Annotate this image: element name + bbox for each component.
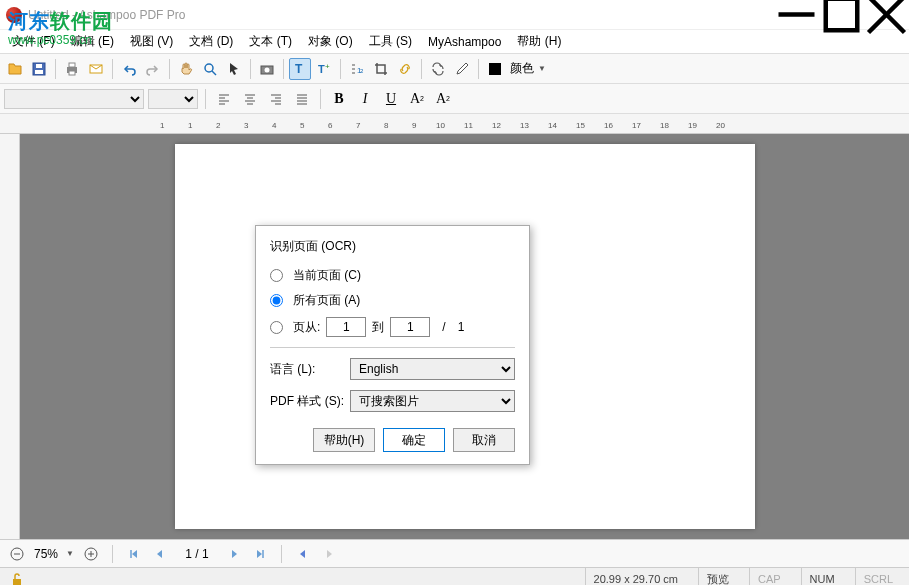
menubar: 文件 (F) 编辑 (E) 视图 (V) 文档 (D) 文本 (T) 对象 (O… — [0, 30, 909, 54]
language-select[interactable]: English — [350, 358, 515, 380]
ok-button[interactable]: 确定 — [383, 428, 445, 452]
zoom-icon[interactable] — [199, 58, 221, 80]
color-label: 颜色 — [510, 60, 534, 77]
lock-icon[interactable] — [8, 570, 26, 585]
undo-icon[interactable] — [118, 58, 140, 80]
svg-text:18: 18 — [660, 121, 669, 130]
font-family-select[interactable] — [4, 89, 144, 109]
print-icon[interactable] — [61, 58, 83, 80]
svg-text:12: 12 — [492, 121, 501, 130]
align-center-icon[interactable] — [239, 88, 261, 110]
svg-rect-6 — [36, 64, 42, 68]
to-label: 到 — [372, 319, 384, 336]
pointer-icon[interactable] — [223, 58, 245, 80]
radio-current-label: 当前页面 (C) — [293, 267, 361, 284]
mail-icon[interactable] — [85, 58, 107, 80]
color-dropdown-icon[interactable]: ▼ — [538, 64, 546, 73]
svg-text:7: 7 — [356, 121, 361, 130]
ruler-horizontal: 1123 4567 891011 12131415 16171819 20 — [0, 114, 909, 134]
menu-view[interactable]: 视图 (V) — [122, 31, 181, 52]
svg-rect-8 — [69, 63, 75, 67]
page-number: 1 / 1 — [177, 547, 217, 561]
menu-tools[interactable]: 工具 (S) — [361, 31, 420, 52]
superscript-icon[interactable]: A2 — [406, 88, 428, 110]
total-pages: 1 — [458, 320, 465, 334]
text-edit-icon[interactable]: T — [289, 58, 311, 80]
svg-text:1: 1 — [160, 121, 165, 130]
svg-rect-1 — [826, 0, 858, 30]
svg-text:8: 8 — [384, 121, 389, 130]
minimize-button[interactable] — [774, 0, 819, 30]
text-add-icon[interactable]: T+ — [313, 58, 335, 80]
slash-label: / — [442, 320, 445, 334]
last-page-icon[interactable] — [251, 545, 269, 563]
align-justify-icon[interactable] — [291, 88, 313, 110]
menu-file[interactable]: 文件 (F) — [4, 31, 63, 52]
svg-line-12 — [212, 71, 216, 75]
hand-icon[interactable] — [175, 58, 197, 80]
svg-text:T: T — [295, 62, 303, 76]
svg-text:+: + — [325, 62, 330, 71]
zoom-dropdown-icon[interactable]: ▼ — [66, 549, 74, 558]
open-icon[interactable] — [4, 58, 26, 80]
first-page-icon[interactable] — [125, 545, 143, 563]
bold-icon[interactable]: B — [328, 88, 350, 110]
preview-label: 预览 — [698, 568, 737, 585]
subscript-icon[interactable]: A2 — [432, 88, 454, 110]
underline-icon[interactable]: U — [380, 88, 402, 110]
menu-object[interactable]: 对象 (O) — [300, 31, 361, 52]
italic-icon[interactable]: I — [354, 88, 376, 110]
svg-point-14 — [265, 67, 270, 72]
scrl-indicator: SCRL — [855, 568, 901, 585]
crop-icon[interactable] — [370, 58, 392, 80]
svg-text:15: 15 — [576, 121, 585, 130]
menu-myashampoo[interactable]: MyAshampoo — [420, 33, 509, 51]
menu-edit[interactable]: 编辑 (E) — [63, 31, 122, 52]
save-icon[interactable] — [28, 58, 50, 80]
radio-current-page[interactable] — [270, 269, 283, 282]
find-replace-icon[interactable] — [427, 58, 449, 80]
from-page-input[interactable] — [326, 317, 366, 337]
svg-text:T: T — [318, 63, 325, 75]
history-forward-icon[interactable] — [320, 545, 338, 563]
menu-help[interactable]: 帮助 (H) — [509, 31, 569, 52]
align-right-icon[interactable] — [265, 88, 287, 110]
svg-text:10: 10 — [436, 121, 445, 130]
spacing-icon[interactable]: 12 — [346, 58, 368, 80]
radio-page-range[interactable] — [270, 321, 283, 334]
svg-text:14: 14 — [548, 121, 557, 130]
align-left-icon[interactable] — [213, 88, 235, 110]
zoom-level: 75% — [34, 547, 58, 561]
link-icon[interactable] — [394, 58, 416, 80]
svg-rect-68 — [13, 579, 21, 585]
radio-all-pages[interactable] — [270, 294, 283, 307]
zoom-in-icon[interactable] — [82, 545, 100, 563]
menu-document[interactable]: 文档 (D) — [181, 31, 241, 52]
maximize-button[interactable] — [819, 0, 864, 30]
page-dimensions: 20.99 x 29.70 cm — [585, 568, 686, 585]
pdf-style-select[interactable]: 可搜索图片 — [350, 390, 515, 412]
font-size-select[interactable] — [148, 89, 198, 109]
history-back-icon[interactable] — [294, 545, 312, 563]
help-button[interactable]: 帮助(H) — [313, 428, 375, 452]
redo-icon[interactable] — [142, 58, 164, 80]
pdf-style-label: PDF 样式 (S): — [270, 393, 350, 410]
cancel-button[interactable]: 取消 — [453, 428, 515, 452]
svg-text:1: 1 — [188, 121, 193, 130]
svg-rect-5 — [35, 70, 43, 74]
snapshot-icon[interactable] — [256, 58, 278, 80]
window-title: Untitled - Ashampoo PDF Pro — [28, 8, 185, 22]
to-page-input[interactable] — [390, 317, 430, 337]
prev-page-icon[interactable] — [151, 545, 169, 563]
language-label: 语言 (L): — [270, 361, 350, 378]
ruler-vertical — [0, 134, 20, 539]
next-page-icon[interactable] — [225, 545, 243, 563]
menu-text[interactable]: 文本 (T) — [241, 31, 300, 52]
close-button[interactable] — [864, 0, 909, 30]
toolbar-main: T T+ 12 颜色 ▼ — [0, 54, 909, 84]
statusbar-info: 20.99 x 29.70 cm 预览 CAP NUM SCRL — [0, 567, 909, 585]
color-swatch[interactable] — [484, 58, 506, 80]
eyedropper-icon[interactable] — [451, 58, 473, 80]
svg-text:9: 9 — [412, 121, 417, 130]
zoom-out-icon[interactable] — [8, 545, 26, 563]
